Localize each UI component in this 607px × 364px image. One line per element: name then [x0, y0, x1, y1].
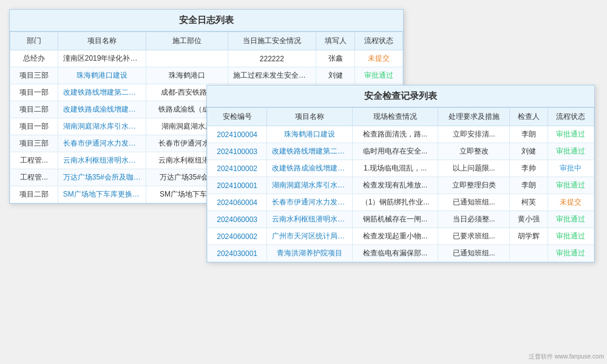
check-table-cell[interactable]: 2024060004 [208, 194, 267, 211]
log-table-cell[interactable]: 珠海鹤港口建设 [58, 67, 146, 84]
log-table-cell[interactable]: SM广场地下车库更换摄... [58, 186, 146, 203]
log-table-cell: 工程管... [10, 152, 58, 169]
log-table-cell: 工程管... [10, 169, 58, 186]
check-table-cell: 审批通过 [548, 228, 594, 245]
log-table-cell: 施工过程未发生安全事故... [228, 67, 316, 84]
log-table-header: 部门项目名称施工部位当日施工安全情况填写人流程状态 [10, 32, 403, 50]
check-table-cell[interactable]: 2024100004 [208, 126, 267, 143]
log-table-cell: 珠海鹤港口 [146, 67, 228, 84]
check-table-cell: 李帅 [510, 160, 548, 177]
check-table-cell[interactable]: 2024060002 [208, 228, 267, 245]
log-table-cell: 项目三部 [10, 67, 58, 84]
check-table-cell[interactable]: 2024100001 [208, 177, 267, 194]
log-table-cell[interactable]: 改建铁路成渝线增建第二... [58, 101, 146, 118]
log-table-cell[interactable]: 云南水利枢纽潜明水库一... [58, 152, 146, 169]
check-table-cell: 立即整理归类 [438, 177, 510, 194]
check-table-cell: 审批通过 [548, 211, 594, 228]
log-table-cell: 项目一部 [10, 118, 58, 135]
log-col-header: 施工部位 [146, 32, 228, 50]
check-table-cell[interactable]: 2024100002 [208, 160, 267, 177]
check-table-cell: 检查路面清洗，路... [353, 126, 438, 143]
check-table-cell: 审批通过 [548, 126, 594, 143]
log-table-cell: 项目二部 [10, 186, 58, 203]
log-table-cell: 总经办 [10, 50, 58, 67]
log-table-cell: 222222 [228, 50, 316, 67]
log-table-row: 项目三部珠海鹤港口建设珠海鹤港口施工过程未发生安全事故...刘健审批通过 [10, 67, 403, 84]
log-table-cell: 刘健 [316, 67, 355, 84]
log-col-header: 流程状态 [355, 32, 403, 50]
log-col-header: 当日施工安全情况 [228, 32, 316, 50]
check-table-cell: 立即整改 [438, 143, 510, 160]
check-table-cell[interactable]: 湖南洞庭湖水库引水工... [267, 177, 353, 194]
log-table-row: 总经办潼南区2019年绿化补贴项...222222张鑫未提交 [10, 50, 403, 67]
check-table: 安检编号项目名称现场检查情况处理要求及措施检查人流程状态 2024100004珠… [207, 107, 594, 262]
log-col-header: 填写人 [316, 32, 355, 50]
check-table-cell: 刘健 [510, 143, 548, 160]
check-col-header: 项目名称 [267, 108, 353, 126]
log-panel-title: 安全日志列表 [10, 10, 403, 32]
check-table-row: 2024060004长春市伊通河水力发电...（1）钢筋绑扎作业...已通知班组… [208, 194, 594, 211]
check-table-cell: 检查临电有漏保部... [353, 245, 438, 262]
check-table-cell: 已要求班组... [438, 228, 510, 245]
check-table-cell: （1）钢筋绑扎作业... [353, 194, 438, 211]
check-table-cell: 黄小强 [510, 211, 548, 228]
log-table-cell: 审批通过 [355, 67, 403, 84]
check-table-cell[interactable]: 云南水利枢纽潜明水库... [267, 211, 353, 228]
check-table-cell [510, 245, 548, 262]
check-table-cell[interactable]: 广州市天河区统计局机... [267, 228, 353, 245]
log-table-cell[interactable]: 长春市伊通河水力发电厂... [58, 135, 146, 152]
check-table-cell[interactable]: 长春市伊通河水力发电... [267, 194, 353, 211]
check-table-cell: 未提交 [548, 194, 594, 211]
log-col-header: 部门 [10, 32, 58, 50]
log-table-cell[interactable]: 万达广场35#会所及咖啡... [58, 169, 146, 186]
check-table-cell: 检查发现有乱堆放... [353, 177, 438, 194]
check-panel-title: 安全检查记录列表 [207, 86, 594, 107]
check-table-cell: 已通知班组... [438, 245, 510, 262]
check-table-cell[interactable]: 2024100003 [208, 143, 267, 160]
log-table-cell: 项目二部 [10, 101, 58, 118]
check-col-header: 流程状态 [548, 108, 594, 126]
check-table-cell[interactable]: 2024030001 [208, 245, 267, 262]
check-table-cell[interactable]: 改建铁路成渝线增建第... [267, 160, 353, 177]
check-col-header: 安检编号 [208, 108, 267, 126]
check-table-cell[interactable]: 青海洪湖养护院项目 [267, 245, 353, 262]
check-table-cell: 临时用电存在安全... [353, 143, 438, 160]
log-table-cell: 未提交 [355, 50, 403, 67]
log-table-cell: 张鑫 [316, 50, 355, 67]
log-table-cell[interactable]: 改建铁路线增建第二线直... [58, 84, 146, 101]
watermark: 泛普软件 www.fanpuse.com [529, 352, 604, 361]
check-table-cell: 审批中 [548, 160, 594, 177]
check-table-cell: 胡学辉 [510, 228, 548, 245]
check-table-cell: 1.现场临电混乱，... [353, 160, 438, 177]
check-table-cell[interactable]: 改建铁路线增建第二线... [267, 143, 353, 160]
check-table-row: 2024060002广州市天河区统计局机...检查发现起重小物...已要求班组.… [208, 228, 594, 245]
check-table-row: 2024100001湖南洞庭湖水库引水工...检查发现有乱堆放...立即整理归类… [208, 177, 594, 194]
check-table-row: 2024100002改建铁路成渝线增建第...1.现场临电混乱，...以上问题限… [208, 160, 594, 177]
check-table-cell: 以上问题限... [438, 160, 510, 177]
check-table-cell[interactable]: 珠海鹤港口建设 [267, 126, 353, 143]
check-table-cell[interactable]: 2024060003 [208, 211, 267, 228]
check-col-header: 处理要求及措施 [438, 108, 510, 126]
check-panel: 安全检查记录列表 安检编号项目名称现场检查情况处理要求及措施检查人流程状态 20… [206, 85, 595, 263]
check-table-cell: 立即安排清... [438, 126, 510, 143]
log-col-header: 项目名称 [58, 32, 146, 50]
check-table-cell: 当日必须整... [438, 211, 510, 228]
check-table-row: 2024100003改建铁路线增建第二线...临时用电存在安全...立即整改刘健… [208, 143, 594, 160]
check-table-header: 安检编号项目名称现场检查情况处理要求及措施检查人流程状态 [208, 108, 594, 126]
log-table-cell: 项目一部 [10, 84, 58, 101]
check-table-cell: 李朗 [510, 177, 548, 194]
check-table-row: 2024060003云南水利枢纽潜明水库...钢筋机械存在一闸...当日必须整.… [208, 211, 594, 228]
check-table-cell: 钢筋机械存在一闸... [353, 211, 438, 228]
check-table-cell: 已通知班组... [438, 194, 510, 211]
log-table-cell[interactable]: 湖南洞庭湖水库引水工程... [58, 118, 146, 135]
log-table-cell [146, 50, 228, 67]
check-col-header: 检查人 [510, 108, 548, 126]
check-table-cell: 柯芙 [510, 194, 548, 211]
log-table-cell: 项目三部 [10, 135, 58, 152]
check-table-row: 2024030001青海洪湖养护院项目检查临电有漏保部...已通知班组...审批… [208, 245, 594, 262]
check-table-row: 2024100004珠海鹤港口建设检查路面清洗，路...立即安排清...李朗审批… [208, 126, 594, 143]
check-table-body: 2024100004珠海鹤港口建设检查路面清洗，路...立即安排清...李朗审批… [208, 126, 594, 262]
check-table-cell: 审批通过 [548, 245, 594, 262]
check-table-cell: 李朗 [510, 126, 548, 143]
log-table-cell: 潼南区2019年绿化补贴项... [58, 50, 146, 67]
